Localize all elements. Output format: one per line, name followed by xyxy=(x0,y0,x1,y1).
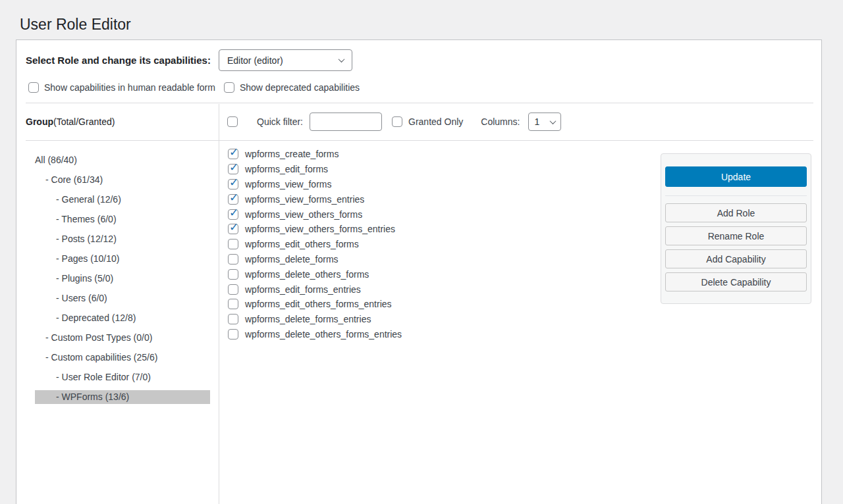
group-item-plugins[interactable]: - Plugins (5/0) xyxy=(16,268,219,288)
quick-filter-input[interactable] xyxy=(310,113,382,131)
capability-name: wpforms_view_others_forms xyxy=(245,209,362,220)
group-item-themes[interactable]: - Themes (6/0) xyxy=(16,209,219,229)
chevron-down-icon xyxy=(338,56,344,63)
capability-row: wpforms_edit_others_forms_entries xyxy=(228,297,402,312)
add-role-button[interactable]: Add Role xyxy=(665,203,807,222)
group-item-label: - Posts (12/12) xyxy=(35,232,210,246)
granted-only-checkbox[interactable] xyxy=(392,116,402,127)
group-item-label: - User Role Editor (7/0) xyxy=(35,370,210,384)
chevron-down-icon xyxy=(550,118,557,124)
group-item-wpforms[interactable]: - WPForms (13/6) xyxy=(16,387,219,407)
capability-row: wpforms_view_others_forms xyxy=(228,207,402,222)
capability-name: wpforms_delete_others_forms xyxy=(245,269,369,280)
group-item-deprecated[interactable]: - Deprecated (12/8) xyxy=(16,308,219,328)
group-item-label: - Custom capabilities (25/6) xyxy=(35,351,210,365)
group-item-label: - Pages (10/10) xyxy=(35,252,210,266)
group-item-custom-capabilities[interactable]: - Custom capabilities (25/6) xyxy=(16,347,219,367)
columns-select[interactable]: 1 xyxy=(528,113,561,131)
show-deprecated-label: Show deprecated capabilities xyxy=(240,82,360,93)
group-item-posts[interactable]: - Posts (12/12) xyxy=(16,229,219,249)
capability-checkbox[interactable] xyxy=(228,314,238,324)
capability-name: wpforms_delete_forms xyxy=(245,254,339,265)
capability-row: wpforms_view_forms_entries xyxy=(228,191,402,207)
update-button[interactable]: Update xyxy=(665,166,807,187)
delete-capability-button[interactable]: Delete Capability xyxy=(665,272,807,291)
group-item-general[interactable]: - General (12/6) xyxy=(16,189,219,209)
capability-checkbox[interactable] xyxy=(228,239,238,249)
select-role-label: Select Role and change its capabilities: xyxy=(26,55,211,66)
capability-checkbox[interactable] xyxy=(228,209,238,220)
capability-checkbox[interactable] xyxy=(228,149,238,159)
group-item-users[interactable]: - Users (6/0) xyxy=(16,288,219,308)
capability-row: wpforms_delete_forms xyxy=(228,252,402,267)
capability-name: wpforms_edit_others_forms xyxy=(245,239,359,249)
capability-row: wpforms_delete_forms_entries xyxy=(228,312,402,327)
human-readable-checkbox[interactable] xyxy=(28,82,39,93)
role-select-value: Editor (editor) xyxy=(227,55,283,66)
capability-name: wpforms_delete_others_forms_entries xyxy=(245,329,402,340)
capability-name: wpforms_view_forms xyxy=(245,179,331,189)
capability-row: wpforms_create_forms xyxy=(228,147,402,162)
capabilities-list: wpforms_create_forms wpforms_edit_forms … xyxy=(228,147,402,341)
group-item-label: - Themes (6/0) xyxy=(35,213,210,226)
capability-row: wpforms_view_others_forms_entries xyxy=(228,222,402,237)
user-role-editor-panel: Select Role and change its capabilities:… xyxy=(16,39,822,504)
capability-name: wpforms_view_others_forms_entries xyxy=(245,224,395,234)
divider xyxy=(665,195,807,196)
group-item-label: - WPForms (13/6) xyxy=(35,390,210,404)
capability-checkbox[interactable] xyxy=(228,164,238,174)
group-item-label: - Custom Post Types (0/0) xyxy=(35,331,210,345)
capability-checkbox[interactable] xyxy=(228,224,238,234)
group-item-pages[interactable]: - Pages (10/10) xyxy=(16,249,219,268)
capability-row: wpforms_edit_forms_entries xyxy=(228,282,402,297)
capability-name: wpforms_edit_forms_entries xyxy=(245,284,361,295)
capability-row: wpforms_edit_forms xyxy=(228,162,402,177)
capability-checkbox[interactable] xyxy=(228,269,238,280)
group-item-custom-post-types[interactable]: - Custom Post Types (0/0) xyxy=(16,328,219,347)
capability-name: wpforms_create_forms xyxy=(245,149,339,159)
rename-role-button[interactable]: Rename Role xyxy=(665,226,807,245)
capability-name: wpforms_edit_others_forms_entries xyxy=(245,299,392,309)
capability-checkbox[interactable] xyxy=(228,254,238,265)
columns-select-value: 1 xyxy=(534,116,539,127)
group-tree: All (86/40) - Core (61/34) - General (12… xyxy=(16,140,219,407)
select-all-checkbox[interactable] xyxy=(227,116,238,127)
group-item-label: - Users (6/0) xyxy=(35,291,210,305)
columns-label: Columns: xyxy=(481,116,520,127)
capability-row: wpforms_delete_others_forms xyxy=(228,266,402,282)
group-item-label: - Plugins (5/0) xyxy=(35,272,210,286)
group-item-core[interactable]: - Core (61/34) xyxy=(16,170,219,189)
group-item-label: - Deprecated (12/8) xyxy=(35,311,210,325)
group-item-user-role-editor[interactable]: - User Role Editor (7/0) xyxy=(16,367,219,387)
role-select-row: Select Role and change its capabilities:… xyxy=(26,49,352,71)
capability-checkbox[interactable] xyxy=(228,329,238,340)
capability-name: wpforms_edit_forms xyxy=(245,164,328,174)
human-readable-label: Show capabilities in human readable form xyxy=(44,82,215,93)
add-capability-button[interactable]: Add Capability xyxy=(665,249,807,268)
group-item-all[interactable]: All (86/40) xyxy=(16,150,219,170)
filter-toolbar: Quick filter: Granted Only Columns: 1 xyxy=(16,103,821,140)
actions-panel: Update Add Role Rename Role Add Capabili… xyxy=(661,153,811,304)
capability-name: wpforms_view_forms_entries xyxy=(245,194,364,205)
capability-row: wpforms_view_forms xyxy=(228,177,402,192)
show-deprecated-checkbox[interactable] xyxy=(224,82,234,93)
capability-name: wpforms_delete_forms_entries xyxy=(245,314,371,324)
capability-checkbox[interactable] xyxy=(228,179,238,189)
group-item-label: All (86/40) xyxy=(35,153,210,167)
granted-only-label: Granted Only xyxy=(408,116,463,127)
capability-row: wpforms_delete_others_forms_entries xyxy=(228,327,402,342)
page-title: User Role Editor xyxy=(20,16,131,34)
column-divider xyxy=(219,104,219,504)
display-options-row: Show capabilities in human readable form… xyxy=(28,82,360,93)
group-item-label: - General (12/6) xyxy=(35,193,210,207)
role-select[interactable]: Editor (editor) xyxy=(219,49,352,71)
capability-row: wpforms_edit_others_forms xyxy=(228,237,402,252)
capability-checkbox[interactable] xyxy=(228,194,238,205)
quick-filter-label: Quick filter: xyxy=(257,116,303,127)
group-item-label: - Core (61/34) xyxy=(35,173,210,187)
capability-checkbox[interactable] xyxy=(228,284,238,295)
capability-checkbox[interactable] xyxy=(228,299,238,309)
